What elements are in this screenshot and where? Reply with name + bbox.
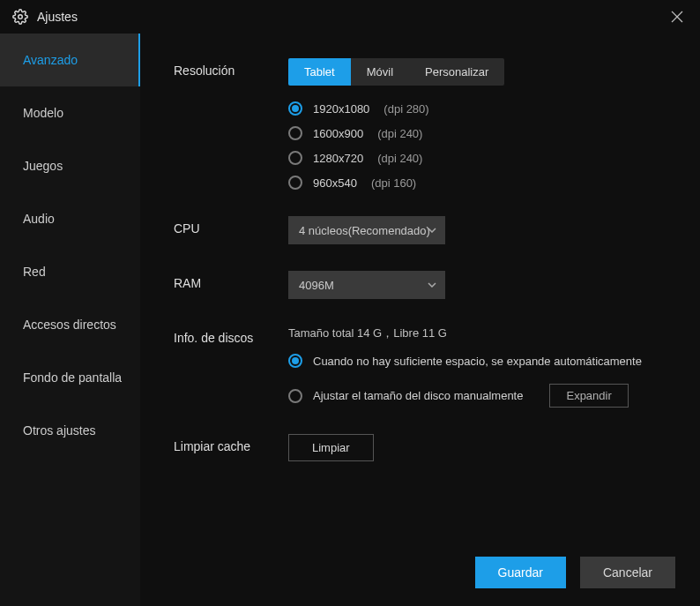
select-value: 4096M [299, 279, 334, 292]
sidebar-item-label: Avanzado [23, 53, 78, 67]
disk-option-manual[interactable]: Ajustar el tamaño del disco manualmente … [288, 384, 674, 408]
radio-sublabel: (dpi 240) [377, 152, 422, 165]
expand-button[interactable]: Expandir [549, 384, 628, 408]
sidebar-item-otros-ajustes[interactable]: Otros ajustes [0, 404, 140, 457]
ram-label: RAM [174, 271, 288, 290]
cache-value: Limpiar [288, 434, 674, 461]
radio-sublabel: (dpi 160) [371, 176, 416, 190]
radio-icon [288, 389, 302, 403]
radio-icon [288, 126, 302, 140]
button-label: Guardar [498, 565, 543, 580]
cpu-value: 4 núcleos(Recomendado) [288, 216, 674, 244]
radio-icon [288, 151, 302, 165]
button-label: Expandir [566, 389, 611, 402]
content-panel: Resolución Tablet Móvil Personalizar 192… [140, 34, 700, 606]
tab-label: Móvil [367, 65, 393, 79]
tab-movil[interactable]: Móvil [351, 58, 409, 86]
sidebar-item-label: Modelo [23, 106, 63, 120]
sidebar-item-accesos-directos[interactable]: Accesos directos [0, 298, 140, 351]
window-body: Avanzado Modelo Juegos Audio Red Accesos… [0, 34, 700, 606]
window-title: Ajustes [37, 10, 78, 24]
close-icon[interactable] [666, 6, 688, 27]
sidebar-item-red[interactable]: Red [0, 245, 140, 298]
gear-icon [12, 9, 28, 25]
row-cache: Limpiar cache Limpiar [174, 434, 674, 461]
disk-option-auto[interactable]: Cuando no hay suficiente espacio, se exp… [288, 354, 674, 368]
cpu-select[interactable]: 4 núcleos(Recomendado) [288, 216, 445, 244]
radio-label: Ajustar el tamaño del disco manualmente [313, 389, 523, 402]
disk-options: Cuando no hay suficiente espacio, se exp… [288, 354, 674, 408]
tab-label: Personalizar [425, 65, 488, 79]
cache-label: Limpiar cache [174, 434, 288, 453]
row-ram: RAM 4096M [174, 271, 674, 299]
sidebar-item-label: Audio [23, 212, 55, 226]
row-disk: Info. de discos Tamaño total 14 G，Libre … [174, 325, 674, 408]
ram-select[interactable]: 4096M [288, 271, 445, 299]
sidebar-item-label: Accesos directos [23, 318, 116, 332]
resolution-value: Tablet Móvil Personalizar 1920x1080 (dpi… [288, 58, 674, 190]
resolution-option-960[interactable]: 960x540 (dpi 160) [288, 176, 674, 190]
chevron-down-icon [428, 228, 436, 233]
sidebar-item-fondo-pantalla[interactable]: Fondo de pantalla [0, 351, 140, 404]
disk-info-text: Tamaño total 14 G，Libre 11 G [288, 325, 674, 341]
sidebar-item-avanzado[interactable]: Avanzado [0, 34, 140, 86]
tab-tablet[interactable]: Tablet [288, 58, 351, 86]
row-cpu: CPU 4 núcleos(Recomendado) [174, 216, 674, 244]
row-resolution: Resolución Tablet Móvil Personalizar 192… [174, 58, 674, 190]
resolution-option-1280[interactable]: 1280x720 (dpi 240) [288, 151, 674, 165]
button-label: Cancelar [603, 565, 652, 580]
sidebar-item-label: Juegos [23, 159, 63, 173]
settings-window: Ajustes Avanzado Modelo Juegos Audio Red… [0, 0, 700, 606]
tab-personalizar[interactable]: Personalizar [409, 58, 504, 86]
radio-sublabel: (dpi 240) [377, 127, 422, 140]
tab-label: Tablet [304, 65, 335, 79]
sidebar-item-juegos[interactable]: Juegos [0, 139, 140, 192]
cpu-label: CPU [174, 216, 288, 236]
sidebar-item-modelo[interactable]: Modelo [0, 86, 140, 139]
titlebar: Ajustes [0, 0, 700, 34]
resolution-options: 1920x1080 (dpi 280) 1600x900 (dpi 240) 1… [288, 101, 674, 190]
sidebar-item-label: Otros ajustes [23, 423, 95, 438]
resolution-option-1600[interactable]: 1600x900 (dpi 240) [288, 126, 674, 140]
footer: Guardar Cancelar [475, 557, 675, 588]
radio-label: 1280x720 [313, 152, 363, 165]
radio-label: 1600x900 [313, 127, 363, 140]
select-value: 4 núcleos(Recomendado) [299, 224, 430, 237]
radio-label: Cuando no hay suficiente espacio, se exp… [313, 355, 642, 368]
resolution-tabs: Tablet Móvil Personalizar [288, 58, 504, 86]
chevron-down-icon [428, 282, 436, 288]
button-label: Limpiar [312, 441, 350, 454]
radio-label: 960x540 [313, 176, 357, 190]
resolution-option-1920[interactable]: 1920x1080 (dpi 280) [288, 101, 674, 116]
radio-icon [288, 354, 302, 368]
disk-label: Info. de discos [174, 325, 288, 345]
cancel-button[interactable]: Cancelar [580, 557, 675, 588]
save-button[interactable]: Guardar [475, 557, 566, 588]
clear-cache-button[interactable]: Limpiar [288, 434, 374, 461]
sidebar-item-audio[interactable]: Audio [0, 192, 140, 245]
radio-icon [288, 176, 302, 190]
sidebar-item-label: Fondo de pantalla [23, 370, 122, 385]
resolution-label: Resolución [174, 58, 288, 78]
radio-label: 1920x1080 [313, 102, 369, 116]
radio-icon [288, 101, 302, 116]
sidebar: Avanzado Modelo Juegos Audio Red Accesos… [0, 34, 140, 606]
sidebar-item-label: Red [23, 265, 46, 279]
radio-sublabel: (dpi 280) [384, 102, 428, 116]
disk-value: Tamaño total 14 G，Libre 11 G Cuando no h… [288, 325, 674, 408]
svg-point-0 [19, 15, 23, 19]
ram-value: 4096M [288, 271, 674, 299]
